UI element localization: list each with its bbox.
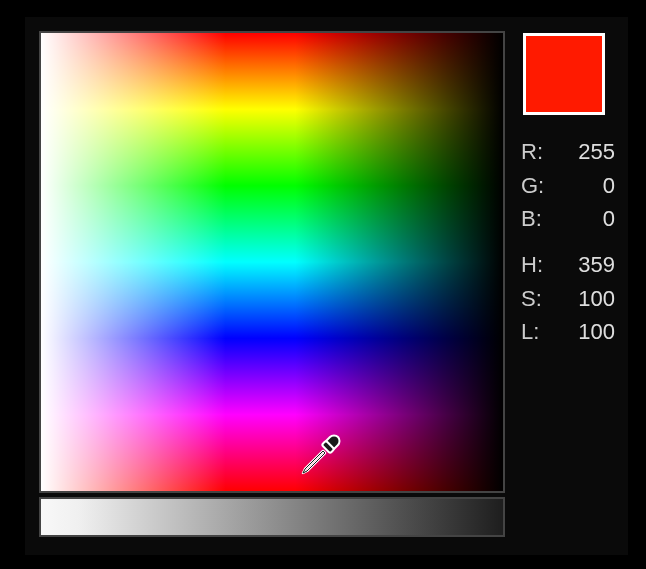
eyedropper-icon [297, 431, 345, 479]
hsl-s-label: S: [521, 284, 555, 314]
hsl-l-row: L: 100 [521, 317, 621, 347]
current-color-swatch [523, 33, 605, 115]
color-picker-panel: R: 255 G: 0 B: 0 H: 359 S: 100 L: [24, 16, 629, 556]
picker-column [39, 31, 505, 541]
hsl-h-value: 359 [555, 250, 621, 280]
hsl-s-value: 100 [555, 284, 621, 314]
hsl-readout: H: 359 S: 100 L: 100 [521, 250, 621, 347]
hsl-h-row: H: 359 [521, 250, 621, 280]
color-spectrum [41, 33, 503, 491]
eyedropper-cursor[interactable] [297, 431, 345, 479]
rgb-g-label: G: [521, 171, 555, 201]
hsl-l-label: L: [521, 317, 555, 347]
rgb-g-value: 0 [555, 171, 621, 201]
rgb-r-row: R: 255 [521, 137, 621, 167]
rgb-r-label: R: [521, 137, 555, 167]
color-field[interactable] [39, 31, 505, 493]
color-readout-column: R: 255 G: 0 B: 0 H: 359 S: 100 L: [521, 31, 621, 541]
brightness-slider[interactable] [39, 497, 505, 537]
rgb-g-row: G: 0 [521, 171, 621, 201]
rgb-readout: R: 255 G: 0 B: 0 [521, 137, 621, 234]
rgb-b-label: B: [521, 204, 555, 234]
rgb-b-value: 0 [555, 204, 621, 234]
hsl-h-label: H: [521, 250, 555, 280]
rgb-r-value: 255 [555, 137, 621, 167]
hsl-s-row: S: 100 [521, 284, 621, 314]
hsl-l-value: 100 [555, 317, 621, 347]
rgb-b-row: B: 0 [521, 204, 621, 234]
